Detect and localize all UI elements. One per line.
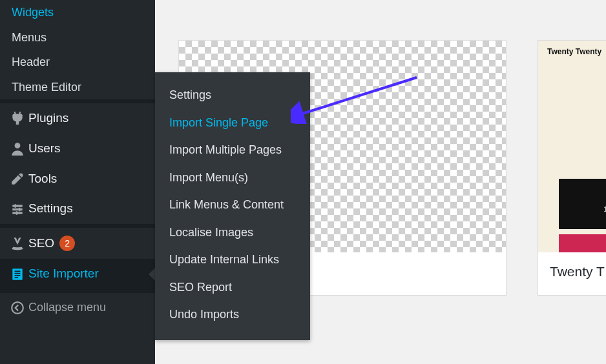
site-importer-flyout: Settings Import Single Page Import Multi… <box>155 72 310 340</box>
preview-brand: Twenty Twenty <box>547 47 601 56</box>
flyout-item-seo-report[interactable]: SEO Report <box>155 274 310 301</box>
svg-rect-10 <box>15 275 21 276</box>
admin-sidebar: Widgets Menus Header Theme Editor Plugin… <box>0 0 155 364</box>
sidebar-item-label: Plugins <box>28 111 68 126</box>
sidebar-item-label: Site Importer <box>28 267 99 281</box>
sidebar-item-users[interactable]: Users <box>0 134 155 164</box>
sidebar-item-label: SEO <box>28 236 54 251</box>
sidebar-item-settings[interactable]: Settings <box>0 194 155 224</box>
settings-icon <box>6 202 28 216</box>
flyout-item-update-internal-links[interactable]: Update Internal Links <box>155 246 310 274</box>
appearance-submenu: Widgets Menus Header Theme Editor <box>0 0 155 99</box>
flyout-item-localise-images[interactable]: Localise Images <box>155 219 310 247</box>
site-importer-icon <box>6 267 28 281</box>
preview-accent-bar <box>559 234 606 252</box>
sidebar-subitem-header[interactable]: Header <box>0 50 155 75</box>
users-icon <box>6 141 28 156</box>
app-root: Child Twenty Twenty The Defaul W M AD 12… <box>0 0 606 364</box>
tools-icon <box>6 172 28 186</box>
sidebar-subitem-widgets[interactable]: Widgets <box>0 0 155 25</box>
preview-header: Twenty Twenty The Defaul <box>538 41 606 63</box>
sidebar-item-site-importer[interactable]: Site Importer <box>0 259 155 289</box>
preview-hero: W M <box>538 63 606 161</box>
sidebar-subitem-theme-editor[interactable]: Theme Editor <box>0 75 155 100</box>
svg-rect-8 <box>15 270 21 272</box>
sidebar-main-menu: Plugins Users Tools Settings <box>0 103 155 289</box>
svg-rect-4 <box>15 204 16 208</box>
preview-hero-line2: M <box>549 115 606 148</box>
seo-icon <box>6 236 28 250</box>
svg-rect-6 <box>16 211 17 215</box>
sidebar-item-plugins[interactable]: Plugins <box>0 103 155 134</box>
svg-point-0 <box>15 143 21 148</box>
preview-dark-block: AD 123 Storg <box>559 179 606 229</box>
sidebar-subitem-menus[interactable]: Menus <box>0 25 155 50</box>
theme-caption: Twenty T <box>538 252 606 291</box>
theme-thumbnail: Twenty Twenty The Defaul W M AD 123 Stor… <box>538 41 606 252</box>
theme-card-twenty-twenty[interactable]: Twenty Twenty The Defaul W M AD 123 Stor… <box>538 40 606 296</box>
svg-rect-2 <box>12 208 22 210</box>
svg-rect-5 <box>19 208 20 212</box>
collapse-icon <box>6 301 28 315</box>
seo-notification-badge: 2 <box>59 236 75 251</box>
flyout-item-import-single-page[interactable]: Import Single Page <box>155 109 310 137</box>
svg-point-12 <box>12 302 23 314</box>
collapse-label: Collapse menu <box>28 301 106 314</box>
sidebar-item-seo[interactable]: SEO 2 <box>0 228 155 259</box>
twenty-twenty-preview: Twenty Twenty The Defaul W M AD 123 Stor… <box>538 41 606 252</box>
preview-dark-sub: 123 Storg <box>603 205 606 213</box>
flyout-item-import-menus[interactable]: Import Menu(s) <box>155 164 310 192</box>
svg-rect-1 <box>12 205 22 207</box>
sidebar-item-label: Users <box>28 141 61 156</box>
flyout-item-link-menus-content[interactable]: Link Menus & Content <box>155 191 310 219</box>
sidebar-collapse-toggle[interactable]: Collapse menu <box>0 293 155 323</box>
svg-rect-11 <box>15 277 19 278</box>
svg-rect-9 <box>15 272 21 274</box>
sidebar-item-label: Settings <box>28 201 73 216</box>
flyout-item-settings[interactable]: Settings <box>155 81 310 109</box>
flyout-item-import-multiple-pages[interactable]: Import Multiple Pages <box>155 136 310 164</box>
sidebar-item-tools[interactable]: Tools <box>0 164 155 194</box>
plugins-icon <box>6 111 28 125</box>
flyout-item-undo-imports[interactable]: Undo Imports <box>155 301 310 329</box>
preview-hero-line1: W <box>549 82 606 115</box>
sidebar-item-label: Tools <box>28 172 57 187</box>
svg-rect-7 <box>12 268 22 280</box>
